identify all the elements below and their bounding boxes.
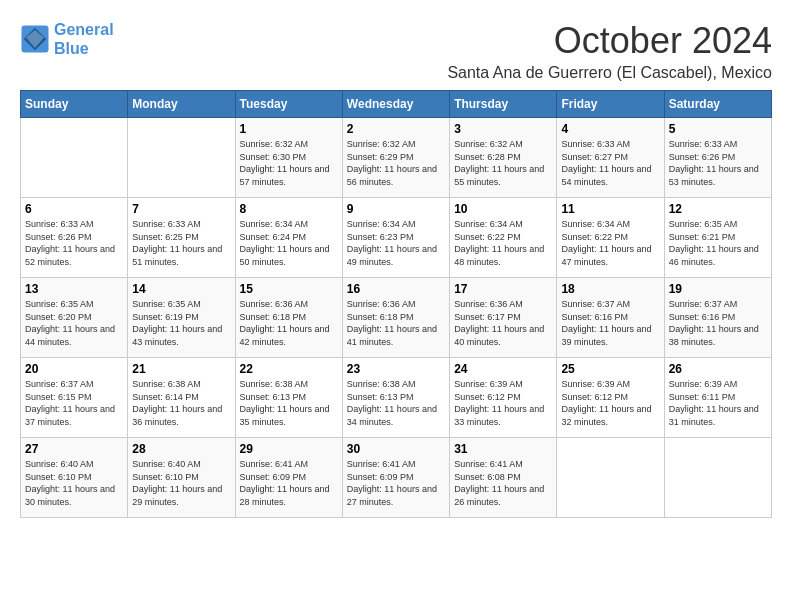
day-info: Sunrise: 6:38 AM Sunset: 6:14 PM Dayligh… [132, 378, 230, 428]
header-day-friday: Friday [557, 91, 664, 118]
day-number: 11 [561, 202, 659, 216]
calendar-cell: 1Sunrise: 6:32 AM Sunset: 6:30 PM Daylig… [235, 118, 342, 198]
calendar-cell: 31Sunrise: 6:41 AM Sunset: 6:08 PM Dayli… [450, 438, 557, 518]
calendar-cell: 12Sunrise: 6:35 AM Sunset: 6:21 PM Dayli… [664, 198, 771, 278]
day-info: Sunrise: 6:40 AM Sunset: 6:10 PM Dayligh… [25, 458, 123, 508]
calendar-cell: 23Sunrise: 6:38 AM Sunset: 6:13 PM Dayli… [342, 358, 449, 438]
day-number: 18 [561, 282, 659, 296]
day-number: 23 [347, 362, 445, 376]
day-info: Sunrise: 6:39 AM Sunset: 6:12 PM Dayligh… [561, 378, 659, 428]
calendar-cell: 11Sunrise: 6:34 AM Sunset: 6:22 PM Dayli… [557, 198, 664, 278]
day-info: Sunrise: 6:34 AM Sunset: 6:22 PM Dayligh… [561, 218, 659, 268]
calendar-cell: 22Sunrise: 6:38 AM Sunset: 6:13 PM Dayli… [235, 358, 342, 438]
month-title: October 2024 [447, 20, 772, 62]
calendar-cell: 3Sunrise: 6:32 AM Sunset: 6:28 PM Daylig… [450, 118, 557, 198]
day-info: Sunrise: 6:39 AM Sunset: 6:11 PM Dayligh… [669, 378, 767, 428]
day-info: Sunrise: 6:33 AM Sunset: 6:27 PM Dayligh… [561, 138, 659, 188]
day-info: Sunrise: 6:38 AM Sunset: 6:13 PM Dayligh… [347, 378, 445, 428]
day-info: Sunrise: 6:34 AM Sunset: 6:22 PM Dayligh… [454, 218, 552, 268]
day-number: 19 [669, 282, 767, 296]
logo: General Blue [20, 20, 114, 58]
calendar-cell: 5Sunrise: 6:33 AM Sunset: 6:26 PM Daylig… [664, 118, 771, 198]
day-info: Sunrise: 6:33 AM Sunset: 6:26 PM Dayligh… [669, 138, 767, 188]
calendar-cell: 9Sunrise: 6:34 AM Sunset: 6:23 PM Daylig… [342, 198, 449, 278]
calendar-cell: 19Sunrise: 6:37 AM Sunset: 6:16 PM Dayli… [664, 278, 771, 358]
day-number: 2 [347, 122, 445, 136]
day-number: 31 [454, 442, 552, 456]
calendar-week-4: 20Sunrise: 6:37 AM Sunset: 6:15 PM Dayli… [21, 358, 772, 438]
day-number: 7 [132, 202, 230, 216]
day-info: Sunrise: 6:37 AM Sunset: 6:16 PM Dayligh… [669, 298, 767, 348]
calendar-cell: 21Sunrise: 6:38 AM Sunset: 6:14 PM Dayli… [128, 358, 235, 438]
calendar-cell [557, 438, 664, 518]
day-info: Sunrise: 6:32 AM Sunset: 6:28 PM Dayligh… [454, 138, 552, 188]
day-info: Sunrise: 6:40 AM Sunset: 6:10 PM Dayligh… [132, 458, 230, 508]
day-number: 14 [132, 282, 230, 296]
calendar-cell: 4Sunrise: 6:33 AM Sunset: 6:27 PM Daylig… [557, 118, 664, 198]
day-info: Sunrise: 6:35 AM Sunset: 6:20 PM Dayligh… [25, 298, 123, 348]
day-number: 3 [454, 122, 552, 136]
calendar-cell: 15Sunrise: 6:36 AM Sunset: 6:18 PM Dayli… [235, 278, 342, 358]
day-number: 26 [669, 362, 767, 376]
calendar-cell: 6Sunrise: 6:33 AM Sunset: 6:26 PM Daylig… [21, 198, 128, 278]
calendar-cell: 28Sunrise: 6:40 AM Sunset: 6:10 PM Dayli… [128, 438, 235, 518]
calendar-cell [21, 118, 128, 198]
day-info: Sunrise: 6:36 AM Sunset: 6:18 PM Dayligh… [347, 298, 445, 348]
day-number: 1 [240, 122, 338, 136]
logo-text: General Blue [54, 20, 114, 58]
calendar-cell: 10Sunrise: 6:34 AM Sunset: 6:22 PM Dayli… [450, 198, 557, 278]
calendar-cell: 30Sunrise: 6:41 AM Sunset: 6:09 PM Dayli… [342, 438, 449, 518]
calendar-week-3: 13Sunrise: 6:35 AM Sunset: 6:20 PM Dayli… [21, 278, 772, 358]
header-day-wednesday: Wednesday [342, 91, 449, 118]
calendar-cell: 17Sunrise: 6:36 AM Sunset: 6:17 PM Dayli… [450, 278, 557, 358]
calendar-cell: 13Sunrise: 6:35 AM Sunset: 6:20 PM Dayli… [21, 278, 128, 358]
day-info: Sunrise: 6:38 AM Sunset: 6:13 PM Dayligh… [240, 378, 338, 428]
day-number: 5 [669, 122, 767, 136]
day-number: 22 [240, 362, 338, 376]
header: General Blue October 2024 Santa Ana de G… [20, 20, 772, 82]
calendar-cell: 24Sunrise: 6:39 AM Sunset: 6:12 PM Dayli… [450, 358, 557, 438]
day-number: 4 [561, 122, 659, 136]
header-day-thursday: Thursday [450, 91, 557, 118]
day-number: 17 [454, 282, 552, 296]
day-number: 10 [454, 202, 552, 216]
day-info: Sunrise: 6:34 AM Sunset: 6:23 PM Dayligh… [347, 218, 445, 268]
calendar-cell: 7Sunrise: 6:33 AM Sunset: 6:25 PM Daylig… [128, 198, 235, 278]
day-number: 28 [132, 442, 230, 456]
day-number: 9 [347, 202, 445, 216]
calendar-week-1: 1Sunrise: 6:32 AM Sunset: 6:30 PM Daylig… [21, 118, 772, 198]
day-number: 15 [240, 282, 338, 296]
location-title: Santa Ana de Guerrero (El Cascabel), Mex… [447, 64, 772, 82]
calendar-table: SundayMondayTuesdayWednesdayThursdayFrid… [20, 90, 772, 518]
day-info: Sunrise: 6:37 AM Sunset: 6:16 PM Dayligh… [561, 298, 659, 348]
calendar-cell: 18Sunrise: 6:37 AM Sunset: 6:16 PM Dayli… [557, 278, 664, 358]
calendar-cell: 2Sunrise: 6:32 AM Sunset: 6:29 PM Daylig… [342, 118, 449, 198]
header-day-saturday: Saturday [664, 91, 771, 118]
day-number: 24 [454, 362, 552, 376]
day-info: Sunrise: 6:39 AM Sunset: 6:12 PM Dayligh… [454, 378, 552, 428]
calendar-cell: 16Sunrise: 6:36 AM Sunset: 6:18 PM Dayli… [342, 278, 449, 358]
calendar-week-5: 27Sunrise: 6:40 AM Sunset: 6:10 PM Dayli… [21, 438, 772, 518]
day-info: Sunrise: 6:32 AM Sunset: 6:29 PM Dayligh… [347, 138, 445, 188]
day-number: 16 [347, 282, 445, 296]
day-number: 21 [132, 362, 230, 376]
calendar-cell: 27Sunrise: 6:40 AM Sunset: 6:10 PM Dayli… [21, 438, 128, 518]
day-info: Sunrise: 6:35 AM Sunset: 6:21 PM Dayligh… [669, 218, 767, 268]
header-day-monday: Monday [128, 91, 235, 118]
day-info: Sunrise: 6:37 AM Sunset: 6:15 PM Dayligh… [25, 378, 123, 428]
day-info: Sunrise: 6:41 AM Sunset: 6:09 PM Dayligh… [240, 458, 338, 508]
day-info: Sunrise: 6:34 AM Sunset: 6:24 PM Dayligh… [240, 218, 338, 268]
calendar-header-row: SundayMondayTuesdayWednesdayThursdayFrid… [21, 91, 772, 118]
logo-icon [20, 24, 50, 54]
day-info: Sunrise: 6:33 AM Sunset: 6:25 PM Dayligh… [132, 218, 230, 268]
calendar-cell: 14Sunrise: 6:35 AM Sunset: 6:19 PM Dayli… [128, 278, 235, 358]
day-number: 12 [669, 202, 767, 216]
day-info: Sunrise: 6:41 AM Sunset: 6:08 PM Dayligh… [454, 458, 552, 508]
day-number: 13 [25, 282, 123, 296]
calendar-cell [664, 438, 771, 518]
day-info: Sunrise: 6:33 AM Sunset: 6:26 PM Dayligh… [25, 218, 123, 268]
header-day-sunday: Sunday [21, 91, 128, 118]
calendar-week-2: 6Sunrise: 6:33 AM Sunset: 6:26 PM Daylig… [21, 198, 772, 278]
title-section: October 2024 Santa Ana de Guerrero (El C… [447, 20, 772, 82]
calendar-cell: 29Sunrise: 6:41 AM Sunset: 6:09 PM Dayli… [235, 438, 342, 518]
